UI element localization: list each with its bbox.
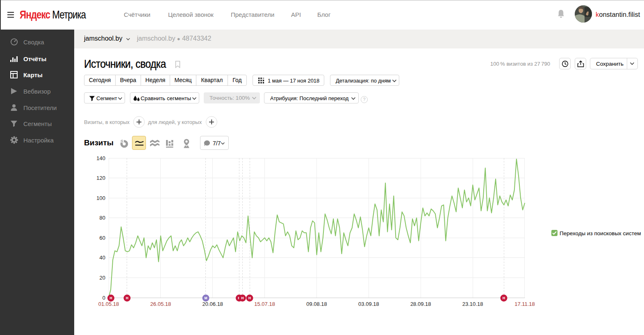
svg-text:28.09.18: 28.09.18 <box>410 301 431 307</box>
svg-text:01.05.18: 01.05.18 <box>98 301 119 307</box>
svg-text:03.09.18: 03.09.18 <box>358 301 379 307</box>
svg-text:20: 20 <box>100 275 105 281</box>
svg-text:Н: Н <box>241 296 243 300</box>
svg-text:26.05.18: 26.05.18 <box>150 301 171 307</box>
svg-text:09.08.18: 09.08.18 <box>306 301 327 307</box>
svg-text:Н: Н <box>126 296 128 300</box>
svg-text:100: 100 <box>96 195 105 201</box>
svg-text:15.07.18: 15.07.18 <box>254 301 275 307</box>
svg-text:140: 140 <box>96 155 105 161</box>
svg-text:Н: Н <box>109 296 112 300</box>
svg-text:23.10.18: 23.10.18 <box>462 301 483 307</box>
svg-text:М: М <box>204 296 207 300</box>
svg-text:60: 60 <box>100 235 105 241</box>
svg-text:Н: Н <box>248 296 251 300</box>
svg-text:20.06.18: 20.06.18 <box>202 301 223 307</box>
svg-text:17.11.18: 17.11.18 <box>514 301 535 307</box>
svg-text:40: 40 <box>100 255 105 261</box>
svg-text:Н: Н <box>503 296 505 300</box>
svg-text:80: 80 <box>100 215 105 221</box>
svg-text:120: 120 <box>96 175 105 181</box>
svg-text:0: 0 <box>102 295 105 301</box>
